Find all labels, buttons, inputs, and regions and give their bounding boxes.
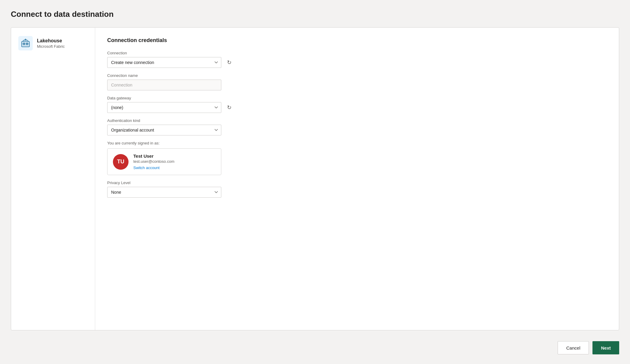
privacy-level-label: Privacy Level <box>107 180 607 185</box>
main-card: Lakehouse Microsoft Fabric Connection cr… <box>11 27 619 330</box>
lakehouse-icon <box>18 36 33 50</box>
footer: Cancel Next <box>11 336 619 354</box>
refresh-icon-2: ↻ <box>227 105 232 110</box>
connection-name-label: Connection name <box>107 73 607 78</box>
connection-label: Connection <box>107 51 607 55</box>
connection-name-input[interactable] <box>107 80 221 90</box>
auth-kind-label: Authentication kind <box>107 118 607 123</box>
svg-rect-0 <box>22 41 29 47</box>
next-button[interactable]: Next <box>592 341 619 354</box>
right-panel: Connection credentials Connection Create… <box>95 28 619 330</box>
data-gateway-label: Data gateway <box>107 96 607 100</box>
auth-kind-group: Authentication kind Organizational accou… <box>107 118 607 135</box>
avatar: TU <box>113 154 129 170</box>
data-gateway-group: Data gateway (none) ↻ <box>107 96 607 113</box>
auth-kind-select[interactable]: Organizational account <box>107 125 221 135</box>
refresh-icon: ↻ <box>227 60 232 65</box>
account-info: Test User test.user@contoso.com Switch a… <box>133 153 174 170</box>
connection-name-group: Connection name <box>107 73 607 90</box>
account-card: TU Test User test.user@contoso.com Switc… <box>107 148 221 175</box>
privacy-level-select[interactable]: None Public Organizational Private <box>107 187 221 198</box>
source-item: Lakehouse Microsoft Fabric <box>18 36 65 50</box>
privacy-level-group: Privacy Level None Public Organizational… <box>107 180 607 198</box>
connection-group: Connection Create new connection ↻ <box>107 51 607 68</box>
signed-in-label: You are currently signed in as: <box>107 141 607 145</box>
section-title: Connection credentials <box>107 37 607 44</box>
page-title: Connect to data destination <box>11 10 619 19</box>
switch-account-link[interactable]: Switch account <box>133 165 174 170</box>
source-subtitle: Microsoft Fabric <box>37 44 65 49</box>
account-email: test.user@contoso.com <box>133 159 174 164</box>
connection-refresh-button[interactable]: ↻ <box>224 58 234 67</box>
source-name: Lakehouse <box>37 38 65 44</box>
left-panel: Lakehouse Microsoft Fabric <box>11 28 95 330</box>
gateway-select-wrapper: (none) ↻ <box>107 102 607 113</box>
gateway-refresh-button[interactable]: ↻ <box>224 103 234 112</box>
signed-in-group: You are currently signed in as: TU Test … <box>107 141 607 175</box>
connection-select-wrapper: Create new connection ↻ <box>107 57 607 68</box>
cancel-button[interactable]: Cancel <box>558 341 589 354</box>
account-name: Test User <box>133 153 174 159</box>
data-gateway-select[interactable]: (none) <box>107 102 221 113</box>
source-text: Lakehouse Microsoft Fabric <box>37 38 65 49</box>
connection-select[interactable]: Create new connection <box>107 57 221 68</box>
